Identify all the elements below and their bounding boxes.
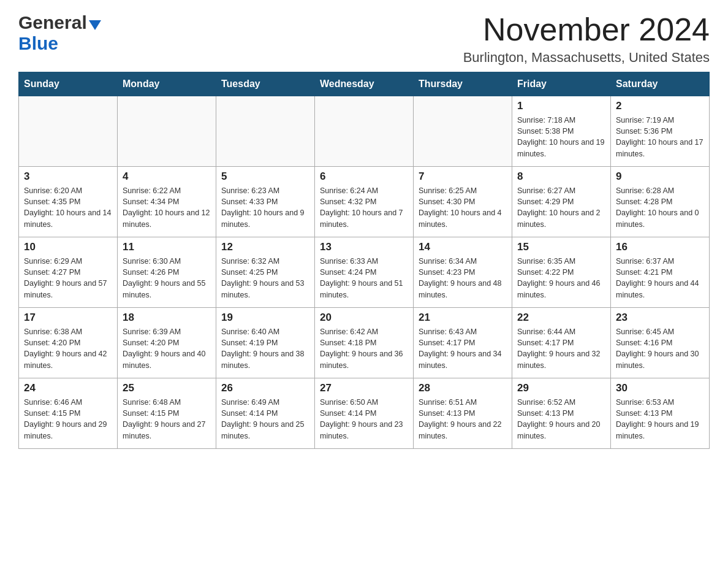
calendar-cell-11: 11Sunrise: 6:30 AMSunset: 4:26 PMDayligh… — [118, 237, 216, 308]
day-number: 5 — [221, 170, 309, 183]
calendar-cell-14: 14Sunrise: 6:34 AMSunset: 4:23 PMDayligh… — [414, 237, 512, 308]
calendar-cell-9: 9Sunrise: 6:28 AMSunset: 4:28 PMDaylight… — [611, 167, 710, 237]
calendar-cell-1: 1Sunrise: 7:18 AMSunset: 5:38 PMDaylight… — [512, 96, 611, 167]
day-number: 15 — [517, 241, 605, 253]
day-info: Sunrise: 6:45 AMSunset: 4:16 PMDaylight:… — [616, 326, 704, 371]
day-info: Sunrise: 6:42 AMSunset: 4:18 PMDaylight:… — [320, 326, 408, 371]
day-number: 16 — [616, 241, 704, 253]
week-row-3: 10Sunrise: 6:29 AMSunset: 4:27 PMDayligh… — [19, 237, 710, 308]
calendar-cell-20: 20Sunrise: 6:42 AMSunset: 4:18 PMDayligh… — [315, 308, 414, 378]
day-info: Sunrise: 6:46 AMSunset: 4:15 PMDaylight:… — [24, 397, 112, 442]
col-header-tuesday: Tuesday — [216, 72, 315, 96]
day-number: 1 — [517, 100, 605, 112]
col-header-thursday: Thursday — [414, 72, 512, 96]
day-number: 26 — [221, 382, 309, 394]
day-number: 3 — [24, 170, 112, 183]
calendar-cell-16: 16Sunrise: 6:37 AMSunset: 4:21 PMDayligh… — [611, 237, 710, 308]
page-subtitle: Burlington, Massachusetts, United States — [463, 50, 710, 66]
day-info: Sunrise: 6:35 AMSunset: 4:22 PMDaylight:… — [517, 256, 605, 301]
day-info: Sunrise: 6:23 AMSunset: 4:33 PMDaylight:… — [221, 185, 309, 230]
calendar-cell-3: 3Sunrise: 6:20 AMSunset: 4:35 PMDaylight… — [19, 167, 118, 237]
calendar-cell-2: 2Sunrise: 7:19 AMSunset: 5:36 PMDaylight… — [611, 96, 710, 167]
day-number: 19 — [221, 312, 309, 324]
day-info: Sunrise: 6:32 AMSunset: 4:25 PMDaylight:… — [221, 256, 309, 301]
day-info: Sunrise: 6:27 AMSunset: 4:29 PMDaylight:… — [517, 185, 605, 230]
calendar-cell-5: 5Sunrise: 6:23 AMSunset: 4:33 PMDaylight… — [216, 167, 315, 237]
calendar-cell-25: 25Sunrise: 6:48 AMSunset: 4:15 PMDayligh… — [118, 378, 216, 449]
calendar-cell-24: 24Sunrise: 6:46 AMSunset: 4:15 PMDayligh… — [19, 378, 118, 449]
day-info: Sunrise: 6:22 AMSunset: 4:34 PMDaylight:… — [123, 185, 211, 230]
week-row-2: 3Sunrise: 6:20 AMSunset: 4:35 PMDaylight… — [19, 167, 710, 237]
day-number: 10 — [24, 241, 112, 253]
calendar-cell-8: 8Sunrise: 6:27 AMSunset: 4:29 PMDaylight… — [512, 167, 611, 237]
day-info: Sunrise: 6:51 AMSunset: 4:13 PMDaylight:… — [419, 397, 507, 442]
calendar-cell-empty-0-4 — [414, 96, 512, 167]
day-number: 4 — [123, 170, 211, 183]
day-info: Sunrise: 6:33 AMSunset: 4:24 PMDaylight:… — [320, 256, 408, 301]
calendar-cell-7: 7Sunrise: 6:25 AMSunset: 4:30 PMDaylight… — [414, 167, 512, 237]
page-title: November 2024 — [463, 12, 710, 47]
week-row-4: 17Sunrise: 6:38 AMSunset: 4:20 PMDayligh… — [19, 308, 710, 378]
calendar-header-row: SundayMondayTuesdayWednesdayThursdayFrid… — [19, 72, 710, 96]
calendar-cell-15: 15Sunrise: 6:35 AMSunset: 4:22 PMDayligh… — [512, 237, 611, 308]
day-number: 29 — [517, 382, 605, 394]
day-info: Sunrise: 6:50 AMSunset: 4:14 PMDaylight:… — [320, 397, 408, 442]
day-info: Sunrise: 6:39 AMSunset: 4:20 PMDaylight:… — [123, 326, 211, 371]
day-number: 18 — [123, 312, 211, 324]
col-header-friday: Friday — [512, 72, 611, 96]
calendar-cell-27: 27Sunrise: 6:50 AMSunset: 4:14 PMDayligh… — [315, 378, 414, 449]
day-info: Sunrise: 6:48 AMSunset: 4:15 PMDaylight:… — [123, 397, 211, 442]
day-number: 21 — [419, 312, 507, 324]
day-info: Sunrise: 6:24 AMSunset: 4:32 PMDaylight:… — [320, 185, 408, 230]
day-number: 28 — [419, 382, 507, 394]
day-number: 6 — [320, 170, 408, 183]
page-header: General Blue November 2024 Burlington, M… — [18, 12, 710, 66]
day-number: 27 — [320, 382, 408, 394]
day-number: 17 — [24, 312, 112, 324]
col-header-saturday: Saturday — [611, 72, 710, 96]
calendar-cell-12: 12Sunrise: 6:32 AMSunset: 4:25 PMDayligh… — [216, 237, 315, 308]
day-info: Sunrise: 6:30 AMSunset: 4:26 PMDaylight:… — [123, 256, 211, 301]
week-row-5: 24Sunrise: 6:46 AMSunset: 4:15 PMDayligh… — [19, 378, 710, 449]
day-info: Sunrise: 6:49 AMSunset: 4:14 PMDaylight:… — [221, 397, 309, 442]
day-info: Sunrise: 6:34 AMSunset: 4:23 PMDaylight:… — [419, 256, 507, 301]
day-info: Sunrise: 6:29 AMSunset: 4:27 PMDaylight:… — [24, 256, 112, 301]
day-info: Sunrise: 6:28 AMSunset: 4:28 PMDaylight:… — [616, 185, 704, 230]
calendar-cell-30: 30Sunrise: 6:53 AMSunset: 4:13 PMDayligh… — [611, 378, 710, 449]
day-info: Sunrise: 6:52 AMSunset: 4:13 PMDaylight:… — [517, 397, 605, 442]
day-number: 12 — [221, 241, 309, 253]
calendar-cell-28: 28Sunrise: 6:51 AMSunset: 4:13 PMDayligh… — [414, 378, 512, 449]
day-info: Sunrise: 6:43 AMSunset: 4:17 PMDaylight:… — [419, 326, 507, 371]
day-info: Sunrise: 6:53 AMSunset: 4:13 PMDaylight:… — [616, 397, 704, 442]
day-number: 30 — [616, 382, 704, 394]
calendar-cell-17: 17Sunrise: 6:38 AMSunset: 4:20 PMDayligh… — [19, 308, 118, 378]
day-info: Sunrise: 6:20 AMSunset: 4:35 PMDaylight:… — [24, 185, 112, 230]
col-header-monday: Monday — [118, 72, 216, 96]
day-number: 22 — [517, 312, 605, 324]
calendar-cell-23: 23Sunrise: 6:45 AMSunset: 4:16 PMDayligh… — [611, 308, 710, 378]
calendar-cell-18: 18Sunrise: 6:39 AMSunset: 4:20 PMDayligh… — [118, 308, 216, 378]
calendar-cell-21: 21Sunrise: 6:43 AMSunset: 4:17 PMDayligh… — [414, 308, 512, 378]
calendar-cell-4: 4Sunrise: 6:22 AMSunset: 4:34 PMDaylight… — [118, 167, 216, 237]
col-header-wednesday: Wednesday — [315, 72, 414, 96]
calendar-cell-29: 29Sunrise: 6:52 AMSunset: 4:13 PMDayligh… — [512, 378, 611, 449]
day-info: Sunrise: 6:25 AMSunset: 4:30 PMDaylight:… — [419, 185, 507, 230]
day-info: Sunrise: 6:44 AMSunset: 4:17 PMDaylight:… — [517, 326, 605, 371]
calendar-cell-empty-0-2 — [216, 96, 315, 167]
calendar-cell-empty-0-3 — [315, 96, 414, 167]
day-number: 20 — [320, 312, 408, 324]
title-block: November 2024 Burlington, Massachusetts,… — [463, 12, 710, 66]
calendar-cell-22: 22Sunrise: 6:44 AMSunset: 4:17 PMDayligh… — [512, 308, 611, 378]
calendar-cell-19: 19Sunrise: 6:40 AMSunset: 4:19 PMDayligh… — [216, 308, 315, 378]
day-number: 9 — [616, 170, 704, 183]
day-info: Sunrise: 6:38 AMSunset: 4:20 PMDaylight:… — [24, 326, 112, 371]
calendar-cell-10: 10Sunrise: 6:29 AMSunset: 4:27 PMDayligh… — [19, 237, 118, 308]
week-row-1: 1Sunrise: 7:18 AMSunset: 5:38 PMDaylight… — [19, 96, 710, 167]
col-header-sunday: Sunday — [19, 72, 118, 96]
logo-bottom-row: Blue — [18, 33, 58, 54]
day-number: 23 — [616, 312, 704, 324]
calendar-cell-26: 26Sunrise: 6:49 AMSunset: 4:14 PMDayligh… — [216, 378, 315, 449]
day-number: 14 — [419, 241, 507, 253]
day-number: 13 — [320, 241, 408, 253]
day-number: 2 — [616, 100, 704, 112]
